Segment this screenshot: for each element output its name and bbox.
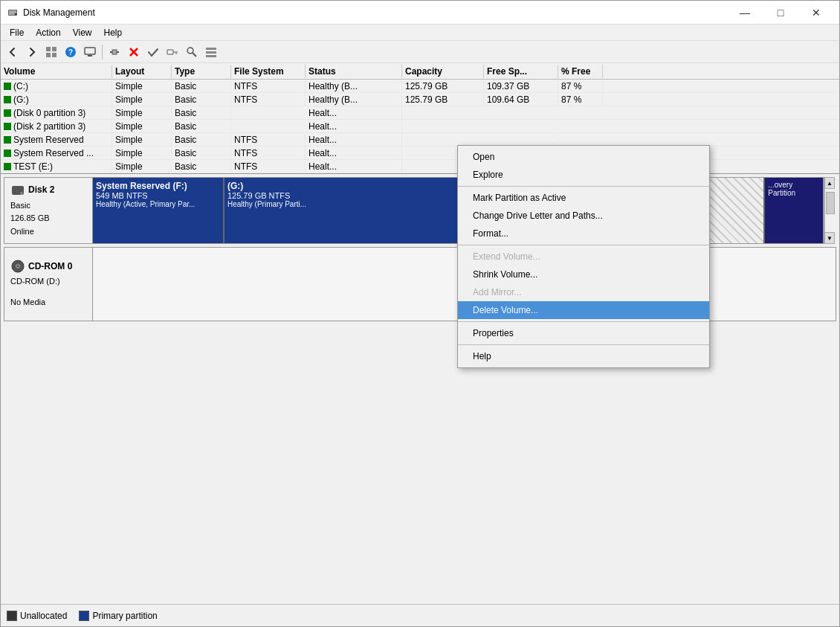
disk-area[interactable]: Disk 2 Basic 126.85 GB Online System Res… (1, 174, 839, 604)
td-pctfree: 87 % (558, 80, 603, 92)
main-area: Volume Layout Type File System Status Ca… (1, 63, 839, 626)
td-fs: NTFS (231, 134, 306, 146)
ctx-item-properties[interactable]: Properties (458, 324, 709, 342)
key-button[interactable] (164, 43, 181, 61)
table-row[interactable]: (Disk 2 partition 3) Simple Basic Healt.… (1, 120, 839, 133)
col-header-layout[interactable]: Layout (112, 65, 172, 78)
td-status: Healt... (306, 120, 402, 132)
disk-2-size: 126.85 GB (10, 212, 86, 225)
menu-view[interactable]: View (67, 26, 98, 39)
ctx-separator (458, 245, 709, 245)
ctx-separator (458, 321, 709, 322)
td-layout: Simple (112, 80, 172, 92)
table-row[interactable]: (C:) Simple Basic NTFS Healthy (B... 125… (1, 80, 839, 93)
svg-rect-9 (85, 48, 95, 54)
maximize-button[interactable]: □ (763, 1, 798, 25)
col-header-fs[interactable]: File System (231, 65, 306, 78)
menu-bar: File Action View Help (1, 25, 839, 41)
ctx-item-add-mirror---: Add Mirror... (458, 283, 709, 301)
td-type: Basic (172, 107, 231, 119)
svg-rect-5 (46, 53, 51, 57)
cdrom-0-info: CD-ROM 0 CD-ROM (D:) No Media (4, 247, 93, 321)
ctx-item-format---[interactable]: Format... (458, 225, 709, 242)
partition-recovery: ...overy Partition (765, 178, 824, 243)
app-icon (7, 7, 19, 19)
partition-sysres-f-status: Healthy (Active, Primary Par... (96, 200, 220, 208)
partition-recovery-label: ...overy Partition (768, 181, 820, 197)
table-header: Volume Layout Type File System Status Ca… (1, 63, 839, 80)
ctx-item-delete-volume---[interactable]: Delete Volume... (458, 301, 709, 319)
td-type: Basic (172, 80, 231, 92)
col-header-pctfree[interactable]: % Free (558, 65, 603, 78)
forward-button[interactable] (23, 43, 41, 61)
td-freespace: 109.64 GB (484, 94, 558, 106)
window-title: Disk Management (23, 7, 728, 18)
minimize-button[interactable]: — (728, 1, 762, 25)
help-button[interactable]: ? (62, 43, 80, 61)
legend-unallocated-box (7, 611, 17, 621)
menu-help[interactable]: Help (98, 26, 129, 39)
td-type: Basic (172, 94, 231, 106)
table-row[interactable]: TEST (E:) Simple Basic NTFS Healt... (1, 160, 839, 173)
context-menu: OpenExploreMark Partition as ActiveChang… (457, 145, 710, 368)
back-button[interactable] (4, 43, 22, 61)
volume-table: Volume Layout Type File System Status Ca… (1, 63, 839, 174)
table-row[interactable]: System Reserved Simple Basic NTFS Healt.… (1, 133, 839, 147)
delete-button[interactable] (125, 43, 143, 61)
menu-action[interactable]: Action (30, 26, 66, 39)
ctx-separator (458, 344, 709, 345)
legend-unallocated-label: Unallocated (20, 611, 67, 621)
svg-text:?: ? (68, 48, 73, 57)
svg-line-19 (193, 53, 196, 57)
td-volume: (G:) (1, 94, 112, 106)
table-row[interactable]: (G:) Simple Basic NTFS Healthy (B... 125… (1, 93, 839, 106)
td-fs (231, 126, 306, 127)
check-button[interactable] (144, 43, 162, 61)
ctx-item-help[interactable]: Help (458, 347, 709, 365)
disk-scrollbar[interactable]: ▲ ▼ (824, 177, 836, 244)
table-row[interactable]: (Disk 0 partition 3) Simple Basic Healt.… (1, 106, 839, 120)
col-header-freespace[interactable]: Free Sp... (484, 65, 558, 78)
col-header-type[interactable]: Type (172, 65, 231, 78)
cdrom-type: CD-ROM (D:) (10, 275, 86, 289)
close-button[interactable]: ✕ (799, 1, 833, 25)
disk-2-info: Disk 2 Basic 126.85 GB Online (4, 177, 93, 244)
ctx-item-mark-partition-as-active[interactable]: Mark Partition as Active (458, 189, 709, 207)
col-header-capacity[interactable]: Capacity (402, 65, 484, 78)
table-row[interactable]: System Reserved ... Simple Basic NTFS He… (1, 147, 839, 160)
disk-2-row: Disk 2 Basic 126.85 GB Online System Res… (4, 177, 836, 244)
td-pctfree (558, 112, 603, 114)
ctx-item-explore[interactable]: Explore (458, 166, 709, 184)
td-status: Healt... (306, 161, 402, 173)
svg-rect-4 (52, 47, 56, 51)
td-type: Basic (172, 161, 231, 173)
ctx-item-shrink-volume---[interactable]: Shrink Volume... (458, 266, 709, 283)
svg-point-24 (20, 192, 23, 195)
col-header-status[interactable]: Status (306, 65, 402, 78)
svg-point-2 (15, 13, 17, 15)
ctx-separator (458, 186, 709, 187)
td-status: Healthy (B... (306, 94, 402, 106)
disk-view-button[interactable] (42, 43, 60, 61)
td-freespace (484, 139, 558, 141)
ctx-item-change-drive-letter-and-paths---[interactable]: Change Drive Letter and Paths... (458, 207, 709, 225)
computer-button[interactable] (81, 43, 99, 61)
td-capacity: 125.79 GB (402, 94, 484, 106)
svg-rect-3 (46, 47, 51, 51)
connect-button[interactable] (106, 43, 123, 61)
cdrom-0-row: CD-ROM 0 CD-ROM (D:) No Media (4, 247, 836, 321)
cdrom-name: CD-ROM 0 (28, 260, 72, 274)
ctx-item-open[interactable]: Open (458, 148, 709, 166)
col-header-volume[interactable]: Volume (1, 65, 112, 78)
partition-sysres-f[interactable]: System Reserved (F:) 549 MB NTFS Healthy… (93, 178, 224, 243)
search-button[interactable] (183, 43, 201, 61)
title-bar: Disk Management — □ ✕ (1, 1, 839, 25)
td-layout: Simple (112, 147, 172, 159)
svg-point-18 (187, 48, 193, 54)
list-button[interactable] (202, 43, 220, 61)
td-status: Healthy (B... (306, 80, 402, 92)
legend-unallocated: Unallocated (7, 611, 67, 621)
td-capacity: 125.79 GB (402, 80, 484, 92)
td-pctfree (558, 126, 603, 127)
menu-file[interactable]: File (4, 26, 30, 39)
